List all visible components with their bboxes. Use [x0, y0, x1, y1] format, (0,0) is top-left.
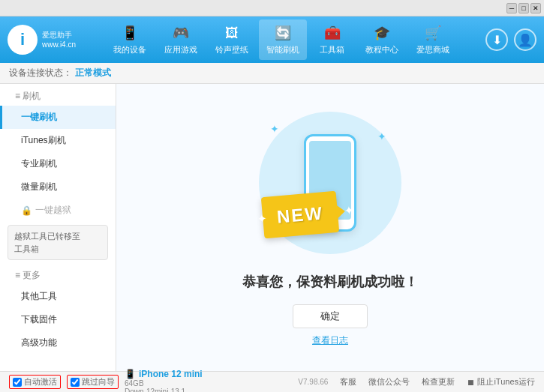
confirm-button[interactable]: 确定 — [293, 304, 368, 328]
stop-itunes-button[interactable]: ⏹ 阻止iTunes运行 — [467, 376, 535, 388]
device-storage: 64GB — [125, 379, 203, 388]
nav-items: 📱 我的设备 🎮 应用游戏 🖼 铃声壁纸 🔄 智能刷机 🧰 工具箱 🎓 教程中心… — [83, 19, 479, 60]
sidebar-section-jailbreak: 🔒一键越狱 — [0, 199, 116, 222]
sidebar-item-itunes-flash[interactable]: iTunes刷机 — [0, 129, 116, 152]
apps-icon: 🎮 — [172, 24, 190, 42]
nav-tutorial[interactable]: 🎓 教程中心 — [358, 19, 406, 60]
sidebar-section-flash: ≡ 刷机 — [0, 84, 116, 106]
main-layout: ≡ 刷机 一键刷机 iTunes刷机 专业刷机 微量刷机 🔒一键越狱 越狱工具已… — [0, 84, 544, 371]
sidebar-item-advanced[interactable]: 高级功能 — [0, 331, 116, 355]
skip-guide-checkbox[interactable] — [71, 378, 80, 387]
status-value: 正常模式 — [75, 67, 111, 79]
bottom-bar: 自动激活 跳过向导 📱 iPhone 12 mini 64GB Down-12m… — [0, 371, 544, 392]
history-link[interactable]: 查看日志 — [312, 334, 348, 347]
skip-guide-label[interactable]: 跳过向导 — [67, 375, 119, 389]
wechat-link[interactable]: 微信公众号 — [368, 376, 410, 388]
sidebar: ≡ 刷机 一键刷机 iTunes刷机 专业刷机 微量刷机 🔒一键越狱 越狱工具已… — [0, 84, 116, 371]
customer-service-link[interactable]: 客服 — [340, 376, 356, 388]
success-message: 恭喜您，保资料刷机成功啦！ — [242, 273, 418, 291]
device-name: 📱 iPhone 12 mini — [125, 369, 203, 379]
content-area: ✦ ✦ ✦ ✦ NEW ✦ 恭喜您，保资料刷机成功啦！ 确定 查看日志 — [116, 84, 544, 371]
device-info: 📱 iPhone 12 mini 64GB Down-12mini-13,1 — [125, 369, 203, 393]
device-icon: 📱 — [121, 24, 139, 42]
logo-area: i 爱思助手 www.i4.cn — [8, 25, 83, 55]
nav-toolbox[interactable]: 🧰 工具箱 — [310, 19, 355, 60]
sidebar-item-free-flash[interactable]: 微量刷机 — [0, 175, 116, 199]
stop-icon: ⏹ — [467, 378, 475, 387]
logo-text: 爱思助手 www.i4.cn — [42, 30, 76, 49]
header-right: ⬇ 👤 — [485, 28, 536, 51]
maximize-button[interactable]: □ — [518, 3, 529, 13]
download-button[interactable]: ⬇ — [485, 28, 508, 51]
sparkle-icon-2: ✦ — [377, 130, 386, 142]
header: i 爱思助手 www.i4.cn 📱 我的设备 🎮 应用游戏 🖼 铃声壁纸 🔄 … — [0, 16, 544, 63]
device-phone-icon: 📱 — [125, 369, 136, 379]
phone-illustration: ✦ ✦ ✦ ✦ NEW ✦ — [255, 108, 405, 258]
tutorial-icon: 🎓 — [373, 24, 391, 42]
bottom-left: 自动激活 跳过向导 📱 iPhone 12 mini 64GB Down-12m… — [9, 369, 203, 393]
status-bar: 设备连接状态： 正常模式 — [0, 63, 544, 84]
minimize-button[interactable]: ─ — [506, 3, 517, 13]
smart-shop-icon: 🔄 — [274, 24, 292, 42]
sidebar-item-download-firmware[interactable]: 下载固件 — [0, 308, 116, 331]
new-badge-text: NEW — [276, 202, 324, 227]
status-label: 设备连接状态： — [9, 67, 72, 79]
window-controls[interactable]: ─ □ ✕ — [506, 3, 541, 13]
device-firmware: Down-12mini-13,1 — [125, 388, 203, 393]
title-bar: ─ □ ✕ — [0, 0, 544, 16]
logo-icon: i — [8, 25, 38, 55]
nav-ringtone[interactable]: 🖼 铃声壁纸 — [208, 19, 256, 60]
toolbox-icon: 🧰 — [323, 24, 341, 42]
bottom-right: V7.98.66 客服 微信公众号 检查更新 ⏹ 阻止iTunes运行 — [298, 376, 535, 388]
sidebar-section-more: ≡ 更多 — [0, 263, 116, 285]
star-left-icon: ✦ — [256, 211, 267, 226]
auto-detect-checkbox[interactable] — [13, 378, 22, 387]
sparkle-icon-1: ✦ — [270, 123, 279, 135]
ringtone-icon: 🖼 — [223, 24, 241, 42]
auto-detect-label[interactable]: 自动激活 — [9, 375, 61, 389]
nav-apps-games[interactable]: 🎮 应用游戏 — [157, 19, 205, 60]
sidebar-item-pro-flash[interactable]: 专业刷机 — [0, 152, 116, 175]
sidebar-jailbreak-info: 越狱工具已转移至工具箱 — [8, 225, 108, 260]
star-right-icon: ✦ — [344, 203, 355, 218]
profile-button[interactable]: 👤 — [514, 28, 536, 51]
version-label: V7.98.66 — [298, 378, 328, 386]
nav-wei-mall[interactable]: 🛒 爱思商城 — [409, 19, 457, 60]
sidebar-item-other-tools[interactable]: 其他工具 — [0, 285, 116, 308]
new-ribbon: ✦ NEW ✦ — [261, 191, 339, 239]
check-update-link[interactable]: 检查更新 — [422, 376, 455, 388]
nav-smart-shop[interactable]: 🔄 智能刷机 — [259, 19, 307, 60]
nav-my-device[interactable]: 📱 我的设备 — [106, 19, 154, 60]
mall-icon: 🛒 — [424, 24, 442, 42]
sidebar-item-one-key-flash[interactable]: 一键刷机 — [0, 106, 116, 129]
close-button[interactable]: ✕ — [530, 3, 541, 13]
